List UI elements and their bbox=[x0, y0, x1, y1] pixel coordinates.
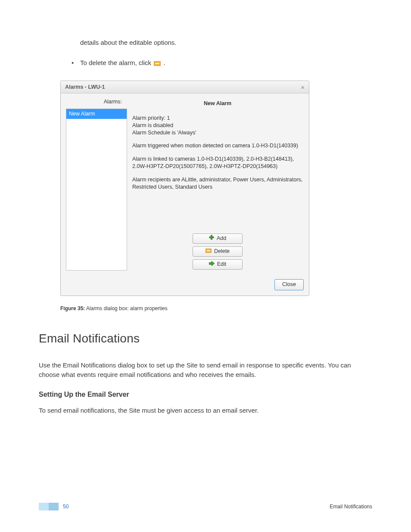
subsection-paragraph: To send email notifications, the Site mu… bbox=[39, 406, 372, 416]
detail-line: Alarm priority: 1 bbox=[132, 115, 170, 121]
delete-button-label: Delete bbox=[214, 247, 230, 255]
delete-icon bbox=[206, 247, 212, 255]
close-button[interactable]: Close bbox=[274, 279, 304, 290]
bullet-text-suffix: . bbox=[163, 59, 165, 66]
bullet-text-prefix: To delete the alarm, click bbox=[80, 59, 153, 66]
add-button-label: Add bbox=[217, 234, 226, 243]
page-number: 50 bbox=[63, 503, 68, 510]
figure-caption-bold: Figure 35: bbox=[60, 305, 85, 311]
add-button[interactable]: Add bbox=[193, 233, 243, 244]
detail-body: Alarm priority: 1 Alarm is disabled Alar… bbox=[132, 115, 303, 197]
footer-section-name: Email Notifications bbox=[330, 503, 372, 510]
delete-icon bbox=[154, 59, 161, 69]
svg-rect-3 bbox=[209, 237, 214, 238]
intro-text: details about the editable options. bbox=[80, 38, 372, 48]
delete-button[interactable]: Delete bbox=[193, 246, 243, 257]
close-button-label: Close bbox=[282, 280, 296, 289]
figure-caption-text: Alarms dialog box: alarm properties bbox=[85, 305, 167, 311]
detail-line: Alarm recipients are ALittle, administra… bbox=[132, 176, 303, 191]
edit-button[interactable]: Edit bbox=[193, 259, 243, 270]
alarms-dialog: Alarms - LWU-1 × Alarms: New Alarm New A… bbox=[60, 81, 309, 296]
svg-rect-1 bbox=[155, 63, 159, 64]
page-footer: 50 Email Notifications bbox=[39, 503, 372, 510]
bullet-delete-alarm: To delete the alarm, click . bbox=[69, 58, 372, 69]
section-heading: Email Notifications bbox=[39, 330, 372, 348]
arrow-right-icon bbox=[209, 260, 215, 268]
detail-line: Alarm triggered when motion detected on … bbox=[132, 142, 303, 149]
detail-line: Alarm Schedule is 'Always' bbox=[132, 130, 196, 136]
detail-title: New Alarm bbox=[132, 100, 303, 108]
svg-rect-5 bbox=[207, 250, 210, 251]
section-paragraph: Use the Email Notifications dialog box t… bbox=[39, 361, 372, 380]
dialog-title: Alarms - LWU-1 bbox=[65, 83, 105, 91]
alarms-label: Alarms: bbox=[66, 98, 127, 106]
plus-icon bbox=[209, 234, 214, 243]
dialog-titlebar: Alarms - LWU-1 × bbox=[61, 81, 309, 93]
edit-button-label: Edit bbox=[217, 260, 227, 268]
subsection-heading: Setting Up the Email Server bbox=[39, 389, 372, 400]
alarms-listbox[interactable]: New Alarm bbox=[66, 109, 127, 271]
close-icon[interactable]: × bbox=[301, 84, 305, 90]
detail-line: Alarm is linked to cameras 1.0-H3-D1(140… bbox=[132, 156, 303, 170]
alarms-dialog-figure: Alarms - LWU-1 × Alarms: New Alarm New A… bbox=[60, 81, 308, 296]
bullet-list: To delete the alarm, click . bbox=[69, 58, 372, 69]
list-item[interactable]: New Alarm bbox=[66, 109, 127, 119]
detail-line: Alarm is disabled bbox=[132, 122, 173, 128]
footer-mark bbox=[39, 503, 59, 510]
figure-caption: Figure 35: Alarms dialog box: alarm prop… bbox=[60, 305, 372, 312]
